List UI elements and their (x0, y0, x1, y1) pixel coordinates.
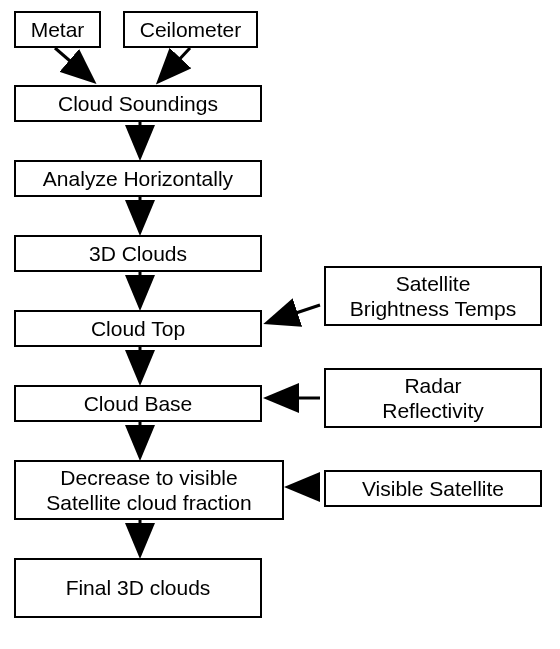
svg-line-2 (160, 48, 190, 80)
box-visible-satellite: Visible Satellite (324, 470, 542, 507)
label-cloud-base: Cloud Base (84, 391, 193, 416)
label-cloud-soundings: Cloud Soundings (58, 91, 218, 116)
label-metar: Metar (31, 17, 85, 42)
label-decrease-visible: Decrease to visible Satellite cloud frac… (46, 465, 251, 515)
label-satellite-brightness: Satellite Brightness Temps (350, 271, 517, 321)
box-3d-clouds: 3D Clouds (14, 235, 262, 272)
box-cloud-top: Cloud Top (14, 310, 262, 347)
label-radar-reflectivity: Radar Reflectivity (382, 373, 484, 423)
label-analyze-horizontally: Analyze Horizontally (43, 166, 233, 191)
label-ceilometer: Ceilometer (140, 17, 242, 42)
label-3d-clouds: 3D Clouds (89, 241, 187, 266)
box-cloud-base: Cloud Base (14, 385, 262, 422)
svg-line-1 (55, 48, 92, 80)
box-cloud-soundings: Cloud Soundings (14, 85, 262, 122)
label-visible-satellite: Visible Satellite (362, 476, 504, 501)
svg-line-9 (269, 305, 320, 322)
box-metar: Metar (14, 11, 101, 48)
box-ceilometer: Ceilometer (123, 11, 258, 48)
box-decrease-visible: Decrease to visible Satellite cloud frac… (14, 460, 284, 520)
box-radar-reflectivity: Radar Reflectivity (324, 368, 542, 428)
label-final-3d-clouds: Final 3D clouds (66, 575, 211, 600)
box-satellite-brightness: Satellite Brightness Temps (324, 266, 542, 326)
label-cloud-top: Cloud Top (91, 316, 185, 341)
box-analyze-horizontally: Analyze Horizontally (14, 160, 262, 197)
box-final-3d-clouds: Final 3D clouds (14, 558, 262, 618)
